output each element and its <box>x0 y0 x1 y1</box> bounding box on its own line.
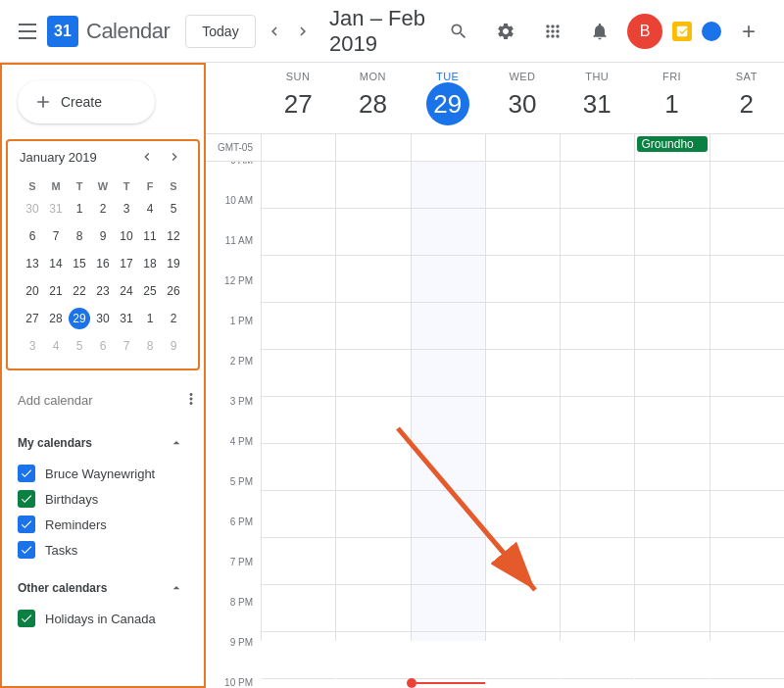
mini-cal-day[interactable]: 4 <box>139 196 161 221</box>
day-headers: SUN 27 MON 28 TUE 29 WED 30 THU 31 FRI 1 <box>206 63 784 134</box>
logo-box: 31 <box>47 16 78 47</box>
hour-line <box>412 303 485 350</box>
search-button[interactable] <box>439 12 478 51</box>
mini-cal-day[interactable]: 11 <box>139 223 161 249</box>
allday-event-groundhog[interactable]: Groundho <box>637 136 707 152</box>
hour-line <box>710 350 784 397</box>
mini-cal-day[interactable]: 26 <box>163 278 184 304</box>
mini-cal-day[interactable]: 19 <box>163 251 184 276</box>
mini-cal-day[interactable]: 9 <box>163 333 184 359</box>
mini-cal-day[interactable]: 10 <box>116 223 137 249</box>
avatar[interactable]: B <box>627 14 662 49</box>
mini-cal-day[interactable]: 31 <box>45 196 67 221</box>
hour-line <box>412 491 485 538</box>
mini-cal-day[interactable]: 5 <box>69 333 90 359</box>
date-range: Jan – Feb 2019 <box>329 6 431 57</box>
today-button[interactable]: Today <box>185 15 255 48</box>
mini-cal-day[interactable]: 22 <box>69 278 90 304</box>
grid-col-mon[interactable] <box>335 162 410 641</box>
calendar-item-reminders[interactable]: Reminders <box>2 512 204 537</box>
settings-button[interactable] <box>486 12 525 51</box>
mini-cal-day[interactable]: 7 <box>45 223 67 249</box>
mini-cal-day[interactable]: 24 <box>116 278 137 304</box>
calendar-item-tasks[interactable]: Tasks <box>2 537 204 563</box>
hour-line <box>336 397 410 444</box>
mini-cal-day[interactable]: 1 <box>139 306 161 331</box>
current-time-line <box>412 678 485 688</box>
mini-cal-day[interactable]: 27 <box>22 306 43 331</box>
mini-cal-day[interactable]: 4 <box>45 333 67 359</box>
mini-cal-day[interactable]: 12 <box>163 223 184 249</box>
my-calendars-collapse[interactable] <box>165 431 188 455</box>
app-logo: 31 Calendar <box>47 16 170 47</box>
hour-line <box>486 679 560 688</box>
mini-cal-day[interactable]: 31 <box>116 306 137 331</box>
mini-cal-day[interactable]: 6 <box>92 333 114 359</box>
add-button[interactable]: + <box>729 12 768 51</box>
mini-cal-day[interactable]: 30 <box>92 306 114 331</box>
mini-cal-day[interactable]: 9 <box>92 223 114 249</box>
hour-line <box>486 538 560 585</box>
mini-cal-day[interactable]: 3 <box>22 333 43 359</box>
hour-line <box>710 162 784 209</box>
day-header-s1: S <box>22 178 43 194</box>
notifications-button[interactable] <box>580 12 619 51</box>
grid-col-wed[interactable] <box>485 162 560 641</box>
mini-cal-day[interactable]: 3 <box>116 196 137 221</box>
add-calendar-row <box>2 378 204 421</box>
mini-cal-day[interactable]: 14 <box>45 251 67 276</box>
grid-col-fri[interactable] <box>634 162 709 641</box>
mini-cal-day[interactable]: 13 <box>22 251 43 276</box>
hour-line <box>635 209 709 256</box>
mini-cal-day[interactable]: 2 <box>163 306 184 331</box>
hour-line <box>412 162 485 209</box>
other-calendars-collapse[interactable] <box>165 576 188 600</box>
day-header-w: W <box>92 178 114 194</box>
add-calendar-input[interactable] <box>18 393 182 408</box>
add-calendar-more[interactable] <box>182 386 200 414</box>
mini-cal-next[interactable] <box>163 145 186 169</box>
mini-cal-day[interactable]: 8 <box>69 223 90 249</box>
mini-cal-day[interactable]: 25 <box>139 278 161 304</box>
mini-cal-day[interactable]: 20 <box>22 278 43 304</box>
hour-line <box>336 209 410 256</box>
mini-cal-day[interactable]: 29 <box>69 306 90 331</box>
mini-cal-day[interactable]: 23 <box>92 278 114 304</box>
calendar-item-bruce[interactable]: Bruce Waynewright <box>2 461 204 486</box>
grid-col-tue[interactable] <box>411 162 485 641</box>
mini-cal-day[interactable]: 16 <box>92 251 114 276</box>
time-grid[interactable]: 9 AM 10 AM 11 AM 12 PM 1 PM 2 PM 3 PM 4 … <box>206 162 784 688</box>
mini-cal-day[interactable]: 18 <box>139 251 161 276</box>
hour-line <box>336 162 410 209</box>
menu-icon[interactable] <box>16 20 39 43</box>
create-button[interactable]: Create <box>18 80 155 123</box>
mini-cal-day[interactable]: 1 <box>69 196 90 221</box>
mini-cal-day[interactable]: 7 <box>116 333 137 359</box>
mini-cal-day[interactable]: 30 <box>22 196 43 221</box>
grid-col-sun[interactable] <box>261 162 335 641</box>
mini-cal-day[interactable]: 6 <box>22 223 43 249</box>
mini-cal-day[interactable]: 8 <box>139 333 161 359</box>
mini-cal-day[interactable]: 5 <box>163 196 184 221</box>
apps-button[interactable] <box>533 12 572 51</box>
mini-cal-day[interactable]: 21 <box>45 278 67 304</box>
hour-line <box>412 444 485 491</box>
grid-col-thu[interactable] <box>560 162 634 641</box>
hour-line <box>262 209 335 256</box>
hour-line <box>336 303 410 350</box>
calendar-item-birthdays[interactable]: Birthdays <box>2 486 204 512</box>
hour-line <box>486 444 560 491</box>
grid-col-sat[interactable] <box>710 162 784 641</box>
mini-cal-day[interactable]: 15 <box>69 251 90 276</box>
hour-line <box>412 350 485 397</box>
mini-cal-day[interactable]: 2 <box>92 196 114 221</box>
hour-line <box>336 256 410 303</box>
mini-cal-prev[interactable] <box>135 145 159 169</box>
mini-cal-day[interactable]: 28 <box>45 306 67 331</box>
next-button[interactable] <box>292 16 314 47</box>
mini-cal-day[interactable]: 17 <box>116 251 137 276</box>
calendar-item-holidays[interactable]: Holidays in Canada <box>2 606 204 631</box>
hour-line <box>262 538 335 585</box>
hour-line <box>561 538 634 585</box>
prev-button[interactable] <box>264 16 285 47</box>
